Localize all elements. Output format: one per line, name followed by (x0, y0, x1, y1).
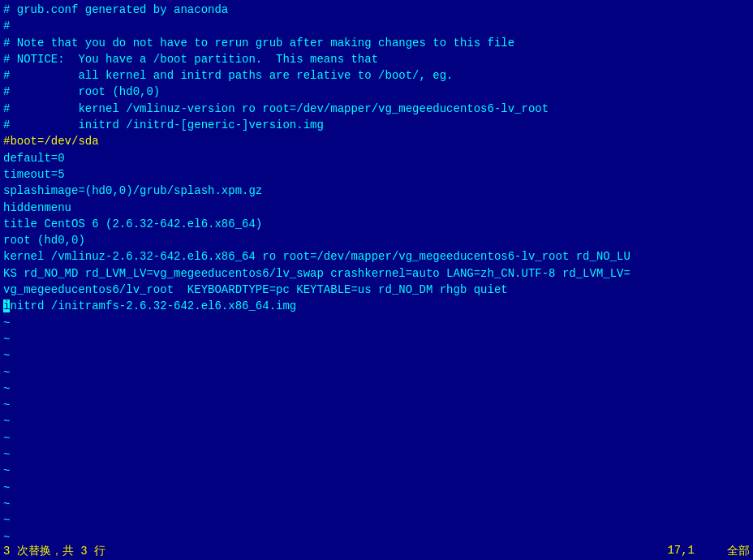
editor-line: ~ (3, 397, 750, 413)
editor-line: ~ (3, 463, 750, 479)
editor-line: # grub.conf generated by anaconda (3, 2, 750, 18)
editor-line: # (3, 18, 750, 34)
cursor-indicator: i (3, 299, 10, 312)
editor-line: title CentOS 6 (2.6.32-642.el6.x86_64) (3, 216, 750, 232)
editor-line: ~ (3, 315, 750, 331)
editor-content[interactable]: # grub.conf generated by anaconda## Note… (0, 0, 753, 542)
editor-line: ~ (3, 480, 750, 496)
editor-line: vg_megeeducentos6/lv_root KEYBOARDTYPE=p… (3, 282, 750, 298)
editor-line: ~ (3, 529, 750, 543)
editor-line: ~ (3, 496, 750, 512)
editor-line: # initrd /initrd-[generic-]version.img (3, 117, 750, 133)
editor-line: # kernel /vmlinuz-version ro root=/dev/m… (3, 101, 750, 117)
editor-line: ~ (3, 381, 750, 397)
editor-line: # root (hd0,0) (3, 84, 750, 100)
scroll-position: 全部 (727, 544, 750, 558)
editor-line: ~ (3, 347, 750, 364)
editor-line: # all kernel and initrd paths are relati… (3, 67, 750, 84)
editor-line: kernel /vmlinuz-2.6.32-642.el6.x86_64 ro… (3, 248, 750, 265)
editor-line: ~ (3, 446, 750, 463)
editor-line: # NOTICE: You have a /boot partition. Th… (3, 51, 750, 67)
status-bar: 3 次替换，共 3 行 17,1 全部 (0, 542, 753, 560)
editor-line: default=0 (3, 150, 750, 166)
editor-line: root (hd0,0) (3, 232, 750, 248)
status-right: 17,1 全部 (667, 544, 750, 558)
editor-line: ~ (3, 331, 750, 347)
editor-line: ~ (3, 364, 750, 381)
cursor-position: 17,1 (667, 544, 695, 558)
vim-editor: # grub.conf generated by anaconda## Note… (0, 0, 753, 560)
editor-line: ~ (3, 430, 750, 446)
editor-line: ~ (3, 512, 750, 528)
status-message: 3 次替换，共 3 行 (3, 544, 105, 558)
editor-line: initrd /initramfs-2.6.32-642.el6.x86_64.… (3, 298, 750, 314)
editor-line: splashimage=(hd0,0)/grub/splash.xpm.gz (3, 183, 750, 199)
editor-line: ~ (3, 413, 750, 429)
editor-line: KS rd_NO_MD rd_LVM_LV=vg_megeeducentos6/… (3, 265, 750, 282)
editor-line: hiddenmenu (3, 200, 750, 216)
editor-line: # Note that you do not have to rerun gru… (3, 35, 750, 51)
editor-line: timeout=5 (3, 166, 750, 183)
editor-line: #boot=/dev/sda (3, 133, 750, 149)
